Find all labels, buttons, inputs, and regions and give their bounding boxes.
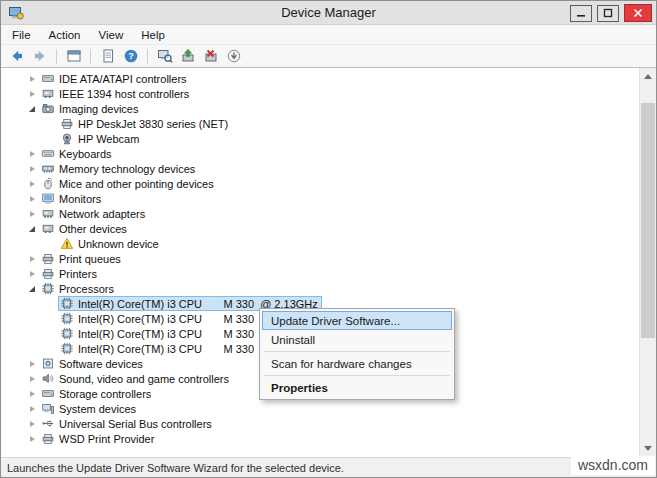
menu-view[interactable]: View: [90, 27, 133, 43]
tree-item-label: WSD Print Provider: [59, 433, 154, 445]
usb-controller-icon: [41, 417, 55, 430]
tree-item-label: IDE ATA/ATAPI controllers: [59, 73, 187, 85]
tree-item-hp-webcam[interactable]: HP Webcam: [1, 131, 639, 146]
context-menu-item-properties[interactable]: Properties: [262, 378, 452, 397]
tree-item-label: Monitors: [59, 193, 101, 205]
menu-file[interactable]: File: [3, 27, 40, 43]
uninstall-button[interactable]: [200, 46, 221, 66]
tree-item-label: Unknown device: [78, 238, 159, 250]
tree-item-wsd-print-provider[interactable]: WSD Print Provider: [1, 431, 639, 446]
expander-collapsed-icon[interactable]: [25, 376, 39, 382]
expander-triangle: [30, 271, 35, 277]
scroll-up-icon: [644, 74, 652, 79]
tree-item-monitors[interactable]: Monitors: [1, 191, 639, 206]
close-icon: [633, 8, 643, 18]
tree-item-print-queues[interactable]: Print queues: [1, 251, 639, 266]
context-menu-item-scan-for-hardware-changes[interactable]: Scan for hardware changes: [262, 354, 452, 373]
expander-collapsed-icon[interactable]: [25, 166, 39, 172]
maximize-button[interactable]: [597, 5, 619, 22]
expander-collapsed-icon[interactable]: [25, 196, 39, 202]
context-menu-item-update-driver-software[interactable]: Update Driver Software...: [262, 311, 452, 330]
tree-item-label: Storage controllers: [59, 388, 151, 400]
tree-item-label: HP DeskJet 3830 series (NET): [78, 118, 228, 130]
menu-help[interactable]: Help: [132, 27, 174, 43]
menu-action[interactable]: Action: [40, 27, 90, 43]
tree-item-content: Processors: [39, 281, 118, 296]
tree-item-ieee-1394-host-controllers[interactable]: IEEE 1394 host controllers: [1, 86, 639, 101]
disable-button[interactable]: [223, 46, 244, 66]
tree-item-imaging-devices[interactable]: Imaging devices: [1, 101, 639, 116]
scroll-down-button[interactable]: [640, 440, 656, 457]
vertical-scrollbar[interactable]: [639, 68, 656, 457]
tree-item-content: Software devices: [39, 356, 147, 371]
tree-item-processors[interactable]: Processors: [1, 281, 639, 296]
back-button[interactable]: [6, 46, 27, 66]
tree-item-label: Software devices: [59, 358, 143, 370]
tree-item-mice-and-other-pointing-devices[interactable]: Mice and other pointing devices: [1, 176, 639, 191]
tree-item-label: Printers: [59, 268, 97, 280]
context-menu-item-uninstall[interactable]: Uninstall: [262, 330, 452, 349]
expander-expanded-icon[interactable]: [25, 226, 39, 232]
scrollbar-thumb[interactable]: [641, 103, 655, 338]
tree-item-keyboards[interactable]: Keyboards: [1, 146, 639, 161]
uninstall-icon: [203, 48, 219, 64]
toolbar-separator: [147, 49, 148, 64]
expander-collapsed-icon[interactable]: [25, 271, 39, 277]
back-arrow-icon: [9, 48, 25, 64]
update-driver-icon: [180, 48, 196, 64]
tree-item-memory-technology-devices[interactable]: Memory technology devices: [1, 161, 639, 176]
titlebar[interactable]: Device Manager: [1, 1, 656, 25]
expander-triangle: [30, 436, 35, 442]
help-icon: ?: [123, 48, 139, 64]
tree-item-content: Unknown device: [58, 236, 163, 251]
tree-item-content: Keyboards: [39, 146, 116, 161]
expander-collapsed-icon[interactable]: [25, 151, 39, 157]
expander-collapsed-icon[interactable]: [25, 361, 39, 367]
minimize-button[interactable]: [570, 5, 592, 22]
tree-item-content: Network adapters: [39, 206, 149, 221]
svg-text:?: ?: [128, 51, 134, 61]
disable-icon: [226, 48, 242, 64]
update-driver-button[interactable]: [177, 46, 198, 66]
expander-collapsed-icon[interactable]: [25, 76, 39, 82]
unknown-device-warning-icon: [60, 237, 74, 250]
tree-item-label: Network adapters: [59, 208, 145, 220]
expander-expanded-icon[interactable]: [25, 106, 39, 112]
help-button[interactable]: ?: [120, 46, 141, 66]
mouse-icon: [41, 177, 55, 190]
device-manager-window: Device Manager FileActionViewHelp ? IDE …: [0, 0, 657, 478]
expander-collapsed-icon[interactable]: [25, 436, 39, 442]
tree-item-system-devices[interactable]: System devices: [1, 401, 639, 416]
expander-triangle: [30, 151, 35, 157]
tree-item-hp-deskjet-3830-series-net[interactable]: HP DeskJet 3830 series (NET): [1, 116, 639, 131]
tree-item-other-devices[interactable]: Other devices: [1, 221, 639, 236]
tree-item-unknown-device[interactable]: Unknown device: [1, 236, 639, 251]
expander-expanded-icon[interactable]: [25, 286, 39, 292]
software-device-icon: [41, 357, 55, 370]
expander-collapsed-icon[interactable]: [25, 211, 39, 217]
expander-collapsed-icon[interactable]: [25, 391, 39, 397]
scrollbar-track[interactable]: [640, 85, 656, 440]
properties-button[interactable]: [97, 46, 118, 66]
webcam-icon: [60, 132, 74, 145]
tree-item-ide-ata-atapi-controllers[interactable]: IDE ATA/ATAPI controllers: [1, 71, 639, 86]
tree-item-universal-serial-bus-controllers[interactable]: Universal Serial Bus controllers: [1, 416, 639, 431]
expander-collapsed-icon[interactable]: [25, 181, 39, 187]
scan-hardware-button[interactable]: [154, 46, 175, 66]
console-window-icon: [66, 48, 82, 64]
expander-collapsed-icon[interactable]: [25, 421, 39, 427]
close-button[interactable]: [624, 4, 652, 22]
console-tree-button[interactable]: [63, 46, 84, 66]
expander-collapsed-icon[interactable]: [25, 406, 39, 412]
expander-collapsed-icon[interactable]: [25, 91, 39, 97]
toolbar-separator: [56, 49, 57, 64]
printer-icon: [41, 267, 55, 280]
tree-item-network-adapters[interactable]: Network adapters: [1, 206, 639, 221]
forward-button[interactable]: [29, 46, 50, 66]
expander-collapsed-icon[interactable]: [25, 256, 39, 262]
tree-item-content: Print queues: [39, 251, 125, 266]
scroll-up-button[interactable]: [640, 68, 656, 85]
tree-item-label: Print queues: [59, 253, 121, 265]
tree-item-printers[interactable]: Printers: [1, 266, 639, 281]
maximize-icon: [603, 8, 613, 18]
